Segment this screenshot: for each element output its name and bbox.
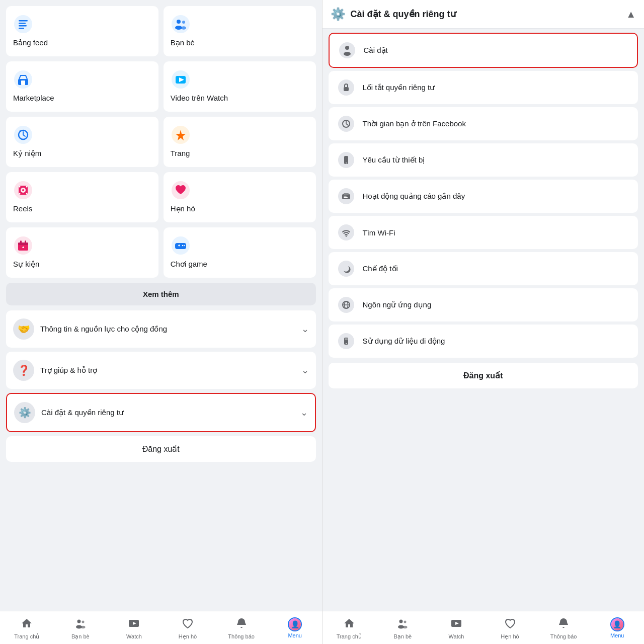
grid-item-reels[interactable]: Reels [6, 172, 158, 222]
right-panel-header[interactable]: ⚙️ Cài đặt & quyền riêng tư ▲ [323, 0, 645, 29]
right-item-loi-tat[interactable]: Lối tắt quyền riêng tư [329, 71, 638, 104]
nav-trang-chu-right[interactable]: Trang chủ [323, 615, 376, 642]
svg-point-9 [181, 26, 186, 29]
nav-watch-right[interactable]: Watch [430, 615, 484, 642]
tro-giup-section[interactable]: ❓ Trợ giúp & hỗ trợ ⌄ [6, 352, 316, 389]
svg-rect-12 [21, 80, 25, 85]
nav-ban-be-right[interactable]: Bạn bè [376, 615, 430, 642]
su-kien-label: Sự kiện [13, 260, 39, 269]
right-yeu-cau-label: Yêu cầu từ thiết bị [363, 155, 425, 165]
grid-item-ky-niem[interactable]: Kỷ niệm [6, 117, 158, 167]
svg-rect-38 [179, 245, 180, 247]
nav-ban-be-label-right: Bạn bè [393, 633, 412, 640]
nav-thong-bao-left[interactable]: Thông báo [214, 615, 268, 642]
svg-point-48 [345, 46, 349, 50]
svg-point-42 [82, 621, 84, 623]
hen-ho-icon [171, 180, 191, 200]
svg-rect-58 [342, 194, 350, 199]
nav-avatar-right: 👤 [610, 617, 624, 631]
nav-menu-label-right: Menu [610, 632, 624, 638]
svg-rect-32 [20, 240, 22, 244]
choi-game-icon [171, 235, 191, 256]
dang-xuat-button-right[interactable]: Đăng xuất [329, 363, 638, 388]
svg-point-76 [403, 626, 408, 629]
grid-item-ban-be[interactable]: Bạn bè [164, 6, 316, 56]
svg-point-44 [80, 626, 85, 629]
ky-niem-icon [13, 125, 33, 145]
right-item-hoat-dong[interactable]: Hoạt động quảng cáo gần đây [329, 180, 638, 213]
hen-ho-label: Hẹn hò [171, 204, 195, 213]
grid-item-bang-feed[interactable]: Bảng feed [6, 6, 158, 56]
nav-menu-left[interactable]: 👤 Menu [268, 615, 322, 642]
nav-menu-label-left: Menu [288, 632, 302, 638]
right-thoi-gian-label: Thời gian bạn ở trên Facebook [363, 119, 466, 128]
right-hoat-dong-icon [337, 187, 356, 206]
right-globe-icon [337, 295, 356, 314]
menu-grid: Bảng feed Bạn bè Marketplace Video trên [6, 6, 316, 278]
right-item-du-lieu[interactable]: Sử dụng dữ liệu di động [329, 325, 638, 358]
left-scroll-content: Bảng feed Bạn bè Marketplace Video trên [0, 0, 322, 611]
right-item-thoi-gian[interactable]: Thời gian bạn ở trên Facebook [329, 107, 638, 140]
nav-watch-left[interactable]: Watch [107, 615, 161, 642]
svg-point-74 [404, 621, 407, 623]
tro-giup-icon: ❓ [13, 360, 34, 381]
nav-hen-ho-left[interactable]: Hẹn hò [161, 615, 215, 642]
watch-icon [171, 69, 191, 90]
right-che-do-toi-label: Chế độ tối [363, 264, 398, 273]
dang-xuat-button-left[interactable]: Đăng xuất [6, 436, 316, 462]
svg-rect-31 [18, 243, 28, 245]
svg-point-25 [26, 186, 28, 188]
right-panel-title: Cài đặt & quyền riêng tư [351, 9, 626, 20]
right-du-lieu-label: Sử dụng dữ liệu di động [363, 337, 445, 346]
grid-item-choi-game[interactable]: Chơi game [164, 227, 316, 278]
svg-point-49 [344, 52, 351, 56]
right-cai-dat-icon [338, 41, 357, 60]
choi-game-label: Chơi game [171, 260, 207, 269]
nav-bell-icon-left [235, 617, 248, 632]
svg-point-39 [182, 245, 183, 246]
cai-dat-section[interactable]: ⚙️ Cài đặt & quyền riêng tư ⌄ [6, 393, 316, 432]
right-item-cai-dat[interactable]: Cài đặt [329, 33, 638, 68]
svg-rect-51 [344, 87, 349, 91]
svg-point-56 [346, 163, 347, 164]
thong-tin-section[interactable]: 🤝 Thông tin & nguồn lực cho cộng đồng ⌄ [6, 310, 316, 348]
svg-point-64 [338, 261, 354, 277]
grid-item-hen-ho[interactable]: Hẹn hò [164, 172, 316, 222]
nav-heart-icon-left [182, 617, 194, 632]
grid-item-watch[interactable]: Video trên Watch [164, 61, 316, 112]
svg-point-6 [177, 20, 181, 24]
nav-thong-bao-right[interactable]: Thông báo [537, 615, 591, 642]
grid-item-marketplace[interactable]: Marketplace [6, 61, 158, 112]
header-chevron-icon: ▲ [626, 9, 636, 20]
right-item-yeu-cau[interactable]: Yêu cầu từ thiết bị [329, 143, 638, 177]
nav-trang-chu-left[interactable]: Trang chủ [0, 615, 54, 642]
svg-point-26 [19, 193, 21, 195]
nav-home-icon-right [343, 617, 355, 632]
nav-trang-chu-label-right: Trang chủ [337, 633, 362, 640]
right-panel: ⚙️ Cài đặt & quyền riêng tư ▲ Cài đặt Lố… [323, 0, 645, 644]
svg-rect-36 [175, 243, 186, 249]
nav-ban-be-left[interactable]: Bạn bè [54, 615, 108, 642]
grid-item-trang[interactable]: Trang [164, 117, 316, 167]
ky-niem-label: Kỷ niệm [13, 149, 41, 158]
svg-point-47 [339, 42, 355, 58]
right-cai-dat-label: Cài đặt [364, 46, 388, 55]
cai-dat-section-label: Cài đặt & quyền riêng tư [41, 408, 300, 417]
nav-hen-ho-right[interactable]: Hẹn hò [483, 615, 537, 642]
svg-rect-61 [344, 197, 348, 198]
grid-item-su-kien[interactable]: Sự kiện [6, 227, 158, 278]
nav-watch-label-right: Watch [449, 633, 464, 639]
bang-feed-label: Bảng feed [13, 38, 48, 47]
right-item-ngon-ngu[interactable]: Ngôn ngữ ứng dụng [329, 288, 638, 321]
nav-menu-right[interactable]: 👤 Menu [590, 615, 644, 642]
marketplace-icon [13, 69, 33, 90]
trang-icon [171, 125, 191, 145]
right-item-che-do-toi[interactable]: Chế độ tối [329, 252, 638, 285]
right-data-icon [337, 332, 356, 351]
marketplace-label: Marketplace [13, 94, 54, 102]
right-wifi-label: Tìm Wi-Fi [363, 228, 395, 237]
right-item-wifi[interactable]: Tìm Wi-Fi [329, 216, 638, 249]
reels-icon [13, 180, 33, 200]
svg-rect-33 [25, 240, 26, 244]
xem-them-button[interactable]: Xem thêm [6, 283, 316, 305]
